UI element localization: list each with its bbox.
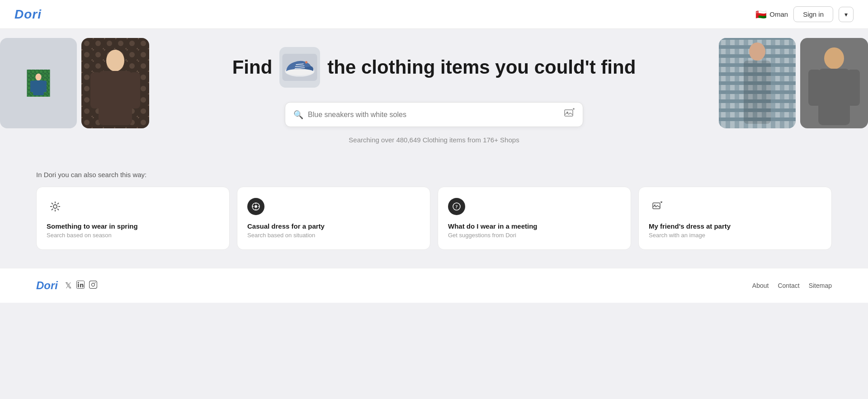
image-search-icon[interactable] — [564, 108, 575, 121]
svg-point-5 — [35, 74, 41, 81]
search-icon: 🔍 — [293, 110, 303, 120]
svg-rect-80 — [90, 281, 97, 288]
clothing-card-grey-shirt — [800, 38, 868, 128]
clothing-card-floral — [81, 38, 149, 128]
clothing-card-plaid — [719, 38, 796, 128]
svg-line-61 — [57, 209, 59, 210]
hero-content: Find the clothing items you co — [231, 47, 637, 144]
svg-rect-16 — [90, 72, 101, 108]
hero-title-prefix: Find — [232, 56, 273, 78]
hero-subtext: Searching over 480,649 Clothing items fr… — [231, 136, 637, 144]
svg-rect-52 — [565, 110, 573, 116]
svg-rect-1 — [27, 70, 50, 97]
hero-shoe-image — [279, 47, 320, 88]
footer-contact-link[interactable]: Contact — [778, 282, 799, 289]
svg-line-63 — [52, 209, 53, 210]
search-card-image[interactable]: My friend's dress at party Search with a… — [638, 187, 832, 250]
image-card-title: My friend's dress at party — [649, 222, 821, 230]
logo: Dori — [14, 7, 42, 22]
instagram-icon[interactable] — [89, 281, 97, 291]
svg-rect-40 — [800, 38, 868, 128]
svg-rect-39 — [744, 61, 771, 124]
hero-title: Find the clothing items you co — [231, 47, 637, 88]
svg-line-60 — [52, 203, 53, 204]
footer-left: Dori 𝕏 — [36, 279, 97, 292]
svg-rect-42 — [818, 69, 850, 125]
flag-icon: 🇴🇲 — [755, 9, 767, 20]
search-bar: 🔍 — [285, 102, 583, 127]
header-right: 🇴🇲 Oman Sign in ▾ — [755, 6, 854, 22]
svg-rect-0 — [27, 70, 50, 97]
dropdown-button[interactable]: ▾ — [839, 7, 854, 22]
sign-in-button[interactable]: Sign in — [793, 6, 833, 22]
svg-rect-9 — [81, 38, 149, 128]
side-images-left — [0, 38, 149, 128]
svg-rect-6 — [33, 80, 44, 95]
footer: Dori 𝕏 About Contact Sit — [0, 268, 868, 303]
svg-point-14 — [106, 50, 124, 71]
image-card-subtitle: Search with an image — [649, 232, 821, 239]
twitter-icon[interactable]: 𝕏 — [65, 281, 72, 291]
footer-sitemap-link[interactable]: Sitemap — [809, 282, 832, 289]
situation-card-title: Casual dress for a party — [247, 222, 420, 230]
svg-point-81 — [92, 283, 95, 286]
search-card-suggestions[interactable]: ? What do I wear in a meeting Get sugges… — [438, 187, 631, 250]
suggestions-card-subtitle: Get suggestions from Dori — [448, 232, 621, 239]
svg-point-64 — [53, 205, 57, 208]
image-icon — [649, 198, 666, 215]
footer-about-link[interactable]: About — [752, 282, 769, 289]
search-ways-label: In Dori you can also search this way: — [36, 171, 832, 178]
svg-line-62 — [57, 203, 59, 204]
svg-rect-15 — [99, 71, 132, 125]
svg-point-66 — [255, 205, 257, 208]
season-card-subtitle: Search based on season — [47, 232, 219, 239]
svg-rect-78 — [78, 284, 79, 287]
linkedin-icon[interactable] — [76, 281, 85, 291]
svg-rect-18 — [719, 38, 796, 128]
situation-card-subtitle: Search based on situation — [247, 232, 420, 239]
hero-section: Find the clothing items you co — [0, 29, 868, 157]
season-card-title: Something to wear in spring — [47, 222, 219, 230]
svg-rect-7 — [30, 81, 34, 93]
svg-rect-43 — [808, 70, 821, 106]
svg-rect-13 — [81, 38, 149, 128]
svg-rect-17 — [129, 72, 140, 108]
svg-point-47 — [286, 69, 314, 75]
social-icons: 𝕏 — [65, 281, 97, 291]
svg-point-38 — [749, 42, 765, 61]
suggestions-card-title: What do I wear in a meeting — [448, 222, 621, 230]
hero-title-suffix: the clothing items you could't find — [327, 56, 636, 78]
svg-point-82 — [95, 282, 96, 283]
search-input[interactable] — [308, 111, 559, 119]
svg-point-51 — [305, 61, 307, 63]
search-card-situation[interactable]: Casual dress for a party Search based on… — [237, 187, 430, 250]
svg-rect-8 — [43, 81, 47, 93]
footer-logo: Dori — [36, 279, 58, 292]
svg-rect-44 — [847, 70, 860, 106]
header: Dori 🇴🇲 Oman Sign in ▾ — [0, 0, 868, 29]
search-cards-grid: Something to wear in spring Search based… — [36, 187, 832, 250]
suggestions-icon: ? — [448, 198, 465, 215]
svg-point-41 — [824, 47, 844, 69]
search-ways-section: In Dori you can also search this way: So… — [0, 157, 868, 268]
country-selector[interactable]: 🇴🇲 Oman — [755, 9, 788, 20]
situation-icon — [247, 198, 264, 215]
footer-links: About Contact Sitemap — [752, 282, 832, 289]
clothing-card-jacket — [0, 38, 77, 128]
search-card-season[interactable]: Something to wear in spring Search based… — [36, 187, 230, 250]
country-name: Oman — [769, 10, 788, 18]
svg-point-79 — [78, 282, 79, 283]
svg-text:?: ? — [455, 204, 458, 209]
side-images-right — [719, 38, 868, 128]
season-icon — [47, 198, 64, 215]
